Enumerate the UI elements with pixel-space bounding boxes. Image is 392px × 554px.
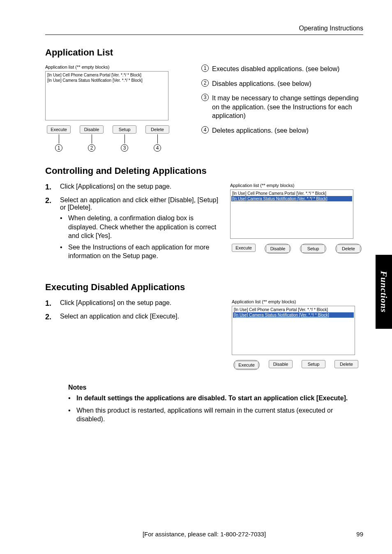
callout-descriptions: 1Executes disabled applications. (see be… [201, 65, 363, 135]
app-listbox[interactable]: [In Use] Cell Phone Camera Portal [Ver. … [232, 306, 355, 355]
step-text: Select an application and click [Execute… [60, 313, 179, 320]
footer-assist: [For assistance, please call: 1-800-272-… [62, 531, 347, 538]
callout-3: 3 [121, 144, 128, 152]
page-number: 99 [347, 531, 363, 538]
callout-num: 2 [201, 79, 209, 87]
execute-button[interactable]: Execute [47, 125, 71, 134]
note-text: In default settings the applications are… [76, 394, 348, 403]
app-list-title: Application list (** empty blocks) [45, 65, 171, 69]
setup-button[interactable]: Setup [301, 245, 325, 253]
note-text: When this product is restarted, applicat… [76, 406, 363, 424]
step-number: 1. [45, 183, 54, 192]
highlight-circle: Delete [335, 244, 362, 254]
section-application-list: Application List Application list (** em… [45, 47, 363, 152]
delete-button[interactable]: Delete [145, 125, 169, 134]
heading-controlling-deleting: Controlling and Deleting Applications [45, 166, 363, 176]
delete-button[interactable]: Delete [334, 360, 358, 368]
disable-button[interactable]: Disable [269, 360, 293, 368]
step-text: Select an application and click either [… [60, 196, 220, 211]
callout-2: 2 [88, 144, 95, 152]
step-text: Click [Applications] on the setup page. [60, 183, 171, 190]
step-number: 2. [45, 313, 54, 321]
delete-button[interactable]: Delete [337, 245, 360, 253]
section-executing-disabled: Executing Disabled Applications 1. Click… [45, 282, 363, 370]
app-list-title: Application list (** empty blocks) [230, 183, 363, 188]
app-list-panel: Application list (** empty blocks) [In U… [230, 183, 363, 254]
page-footer: [For assistance, please call: 1-800-272-… [45, 531, 363, 538]
bullet-icon: • [68, 394, 72, 403]
substep-text: When deleting, a confirmation dialog box… [68, 214, 220, 240]
substep-text: See the Instructions of each application… [68, 243, 220, 261]
list-item[interactable]: [In Use] Cell Phone Camera Portal [Ver. … [46, 72, 167, 78]
setup-button[interactable]: Setup [113, 125, 136, 134]
notes-heading: Notes [68, 384, 363, 391]
step-number: 2. [45, 196, 54, 205]
app-listbox[interactable]: [In Use] Cell Phone Camera Portal [Ver. … [230, 189, 353, 239]
callout-num: 3 [201, 94, 209, 101]
bullet-icon: • [68, 406, 72, 424]
app-listbox[interactable]: [In Use] Cell Phone Camera Portal [Ver. … [45, 71, 168, 120]
app-list-panel: Application list (** empty blocks) [In U… [232, 299, 360, 370]
running-header: Operating Instructions [45, 25, 363, 32]
disable-button[interactable]: Disable [80, 125, 104, 134]
app-list-title: Application list (** empty blocks) [232, 299, 360, 304]
disable-button[interactable]: Disable [266, 245, 290, 253]
callout-4: 4 [154, 144, 161, 152]
callout-text: Disables applications. (see below) [212, 79, 311, 88]
heading-application-list: Application List [45, 47, 363, 58]
heading-executing-disabled: Executing Disabled Applications [45, 282, 363, 293]
highlight-circle: Disable [265, 244, 291, 254]
callout-text: It may be necessary to change settings d… [212, 94, 363, 120]
section-controlling-deleting: Controlling and Deleting Applications 1.… [45, 166, 363, 268]
list-item[interactable]: [In Use] Cell Phone Camera Portal [Ver. … [233, 307, 354, 312]
bullet-icon: • [60, 214, 64, 240]
callout-num: 4 [201, 126, 209, 134]
step-text: Click [Applications] on the setup page. [60, 299, 171, 307]
app-list-panel: Application list (** empty blocks) [In U… [45, 65, 171, 152]
callout-text: Executes disabled applications. (see bel… [212, 65, 339, 74]
list-item-selected[interactable]: [In Use] Camera Status Notification [Ver… [231, 196, 352, 201]
callout-text: Deletes applications. (see below) [212, 126, 309, 135]
highlight-circle: Setup [300, 244, 326, 254]
list-item[interactable]: [In Use] Camera Status Notification [Ver… [46, 78, 167, 83]
list-item[interactable]: [In Use] Cell Phone Camera Portal [Ver. … [231, 191, 352, 196]
execute-button[interactable]: Execute [235, 361, 258, 369]
header-rule [45, 35, 363, 35]
step-number: 1. [45, 299, 54, 308]
highlight-circle: Execute [233, 360, 260, 370]
callout-num: 1 [201, 65, 209, 72]
side-tab-functions: Functions [376, 255, 392, 329]
notes-list: •In default settings the applications ar… [68, 394, 363, 424]
callout-1: 1 [55, 144, 62, 152]
list-item-selected[interactable]: [In Use] Camera Status Notification [Ver… [233, 312, 354, 318]
setup-button[interactable]: Setup [302, 360, 325, 368]
execute-button[interactable]: Execute [232, 244, 256, 252]
bullet-icon: • [60, 243, 64, 261]
